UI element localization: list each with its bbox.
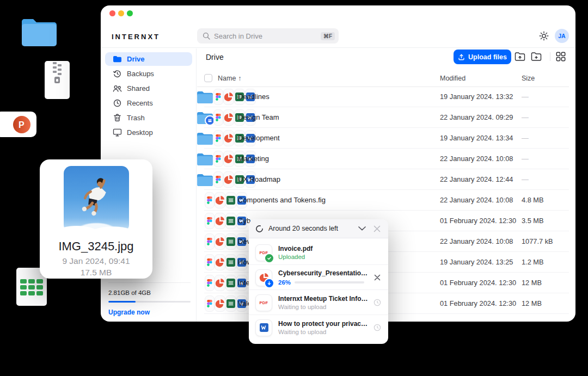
- column-header-name[interactable]: Name↑: [218, 75, 242, 82]
- pdf-file-icon: PDF: [260, 300, 268, 305]
- settings-gear-icon[interactable]: [538, 30, 549, 41]
- close-window-button[interactable]: [109, 10, 115, 16]
- file-modified-date: 19 January 2024. 13:32: [440, 93, 513, 101]
- grid-view-button[interactable]: [556, 52, 567, 63]
- column-header-size[interactable]: Size: [522, 75, 535, 82]
- table-row[interactable]: Components and Tokens.fig 22 January 202…: [197, 190, 575, 211]
- storage-progress-fill: [108, 301, 136, 303]
- folder-icon: [197, 90, 213, 104]
- sidebar-item-trash[interactable]: Trash: [105, 111, 192, 125]
- excel-file-icon: [225, 275, 236, 291]
- folder-icon: [197, 152, 213, 166]
- photo-date: 9 Jan 2024, 09:41: [40, 256, 152, 266]
- file-size: 12 MB: [522, 299, 542, 307]
- upload-item-status: Waiting to upload: [278, 304, 369, 310]
- upload-item-name: How to protect your privacy.doc: [278, 320, 369, 328]
- file-name: Deadlines: [238, 93, 270, 101]
- sidebar-item-shared[interactable]: Shared: [105, 82, 192, 95]
- table-row[interactable]: Development 19 January 2024. 13:34 —: [197, 128, 575, 149]
- cancel-upload-icon[interactable]: [374, 274, 381, 281]
- window-header: INTERNXT Search in Drive ⌘F JA: [101, 5, 575, 48]
- breadcrumb: Drive: [206, 53, 224, 61]
- svg-text:P: P: [19, 120, 24, 130]
- sidebar-item-label: Recents: [127, 99, 153, 107]
- figma-file-icon: [205, 295, 215, 312]
- shared-folder-icon: [197, 111, 213, 125]
- file-size: 1077.7 kB: [522, 237, 553, 245]
- file-modified-date: 01 February 2024. 12:30: [440, 217, 516, 225]
- upload-percent: 26%: [278, 279, 291, 286]
- upgrade-now-link[interactable]: Upgrade now: [108, 309, 191, 316]
- upload-progress-widget: Around 20 seconds left PDF: [249, 219, 388, 344]
- sidebar-item-desktop[interactable]: Desktop: [105, 126, 192, 139]
- column-header-modified[interactable]: Modified: [440, 75, 465, 82]
- figma-file-icon: [213, 89, 223, 105]
- file-name: Marketing: [238, 155, 269, 163]
- powerpoint-file-icon: [223, 130, 234, 146]
- file-modified-date: 19 January 2024. 13:25: [440, 258, 513, 266]
- minimize-window-button[interactable]: [118, 10, 124, 16]
- sidebar-item-backups[interactable]: Backups: [105, 67, 192, 81]
- upload-folder-button[interactable]: [514, 52, 525, 63]
- figma-file-icon: [205, 275, 215, 291]
- spinner-icon: [255, 225, 264, 233]
- search-input[interactable]: Search in Drive ⌘F: [197, 28, 339, 44]
- folder-icon: [197, 173, 213, 187]
- file-modified-date: 22 January 2024. 09:29: [440, 113, 513, 121]
- upload-item: PDF: [249, 290, 388, 315]
- zip-file-icon: [45, 61, 70, 99]
- shared-icon: [113, 84, 122, 93]
- avatar[interactable]: JA: [555, 29, 569, 43]
- desktop-folder-icon: [20, 15, 58, 47]
- upload-item: PDF: [249, 315, 388, 340]
- chevron-down-icon[interactable]: [358, 226, 366, 231]
- sidebar-item-recents[interactable]: Recents: [105, 96, 192, 110]
- file-size: —: [522, 134, 529, 142]
- file-size: 1.2 MB: [522, 258, 544, 266]
- figma-file-icon: [213, 171, 223, 188]
- upload-item-status: Uploaded: [278, 254, 369, 260]
- table-row[interactable]: Deadlines 19 January 2024. 13:32 —: [197, 87, 575, 107]
- powerpoint-file-icon: P: [0, 112, 36, 137]
- figma-file-icon: [213, 151, 223, 167]
- file-name: Development: [238, 134, 280, 142]
- figma-file-icon: [213, 109, 223, 126]
- figma-file-icon: [205, 233, 215, 250]
- file-modified-date: 22 January 2024. 12:44: [440, 175, 513, 183]
- file-name: Design Team: [238, 113, 279, 121]
- sidebar-item-label: Desktop: [127, 128, 153, 137]
- upload-files-button[interactable]: Upload files: [454, 50, 511, 64]
- powerpoint-file-icon: [215, 192, 225, 208]
- zoom-window-button[interactable]: [127, 10, 133, 16]
- folder-icon: [197, 132, 213, 145]
- sidebar-item-label: Trash: [127, 114, 145, 122]
- powerpoint-file-icon: [223, 109, 234, 126]
- upload-item: PDF: [249, 265, 388, 290]
- table-header: Name↑ Modified Size: [197, 70, 569, 87]
- table-row[interactable]: Design Team 22 January 2024. 09:29 —: [197, 107, 575, 128]
- table-row[interactable]: Marketing 22 January 2024. 10:08 —: [197, 149, 575, 169]
- upload-item-name: Internxt Meetup Ticket Info.pdf: [278, 295, 369, 303]
- toolbar-divider: [550, 52, 550, 61]
- powerpoint-file-icon: [215, 233, 225, 250]
- file-size: 12 MB: [522, 279, 542, 287]
- select-all-checkbox[interactable]: [204, 74, 212, 82]
- new-folder-button[interactable]: [531, 52, 542, 63]
- search-placeholder: Search in Drive: [214, 32, 321, 40]
- word-file-icon: [259, 323, 269, 332]
- upload-item-file-icon: PDF: [255, 294, 272, 311]
- file-size: 3.5 MB: [522, 217, 544, 225]
- upload-files-label: Upload files: [468, 53, 507, 61]
- desktop-icon: [113, 128, 122, 137]
- file-name: UX Roadmap: [238, 175, 280, 183]
- sidebar-item-drive[interactable]: Drive: [105, 52, 192, 66]
- table-row[interactable]: UX Roadmap 22 January 2024. 12:44 —: [197, 169, 575, 190]
- photo-filename: IMG_3245.jpg: [40, 239, 152, 254]
- photo-size: 17.5 MB: [40, 268, 152, 278]
- recents-icon: [113, 98, 122, 108]
- backups-icon: [113, 69, 122, 78]
- waiting-clock-icon: [373, 299, 381, 306]
- internxt-logo: INTERNXT: [112, 33, 160, 41]
- close-icon[interactable]: [373, 225, 382, 232]
- excel-file-icon: [225, 254, 236, 270]
